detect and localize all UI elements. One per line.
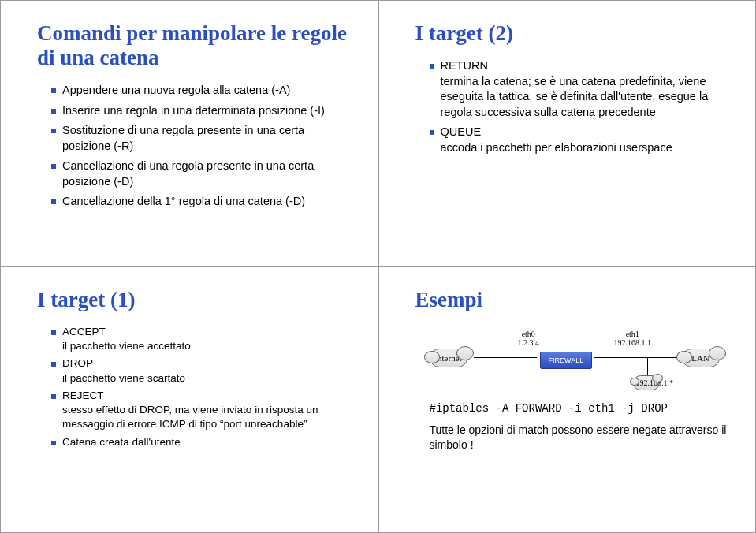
list-item: DROP il pacchetto viene scartato (51, 356, 351, 385)
list-item: QUEUE accoda i pacchetti per elaborazion… (430, 125, 729, 155)
list-item: Sostituzione di una regola presente in u… (51, 123, 351, 154)
slide-commands: Comandi per manipolare le regole di una … (0, 0, 378, 266)
list-item: Cancellazione della 1° regola di una cat… (51, 194, 351, 210)
lan-cloud: LAN (682, 348, 720, 367)
slide-title: Esempi (415, 288, 729, 312)
slide-title: I target (2) (415, 21, 729, 46)
internet-cloud: Internet (430, 348, 467, 367)
slide-targets-1: I target (1) ACCEPT il pacchetto viene a… (0, 266, 378, 533)
list-item: ACCEPT il pacchetto viene accettato (51, 325, 351, 353)
line (474, 357, 537, 358)
list-item: RETURN termina la catena; se è una caten… (430, 58, 729, 120)
slide-targets-2: I target (2) RETURN termina la catena; s… (378, 0, 757, 266)
slide-examples: Esempi Internet eth0 1.2.3.4 FIREWALL et… (378, 266, 757, 533)
bullet-list: Appendere una nuova regola alla catena (… (37, 83, 351, 210)
line (594, 357, 680, 358)
eth1-label: eth1 192.168.1.1 (614, 330, 652, 347)
caption-text: Tutte le opzioni di match possono essere… (430, 423, 729, 453)
list-item: Inserire una regola in una determinata p… (51, 103, 351, 119)
firewall-box: FIREWALL (540, 352, 593, 369)
subnet-cloud: 192.168.1.* (633, 375, 660, 390)
bullet-list: RETURN termina la catena; se è una caten… (415, 58, 729, 155)
list-item: Appendere una nuova regola alla catena (… (51, 83, 351, 99)
list-item: Cancellazione di una regola presente in … (51, 158, 351, 189)
iptables-command: #iptables -A FORWARD -i eth1 -j DROP (430, 402, 729, 415)
list-item: Catena creata dall'utente (51, 435, 351, 449)
eth0-label: eth0 1.2.3.4 (518, 330, 540, 347)
slide-title: I target (1) (37, 288, 351, 312)
network-diagram: Internet eth0 1.2.3.4 FIREWALL eth1 192.… (430, 325, 729, 391)
bullet-list: ACCEPT il pacchetto viene accettato DROP… (37, 325, 351, 449)
list-item: REJECT stesso effetto di DROP, ma viene … (51, 389, 351, 432)
slide-title: Comandi per manipolare le regole di una … (37, 21, 351, 70)
